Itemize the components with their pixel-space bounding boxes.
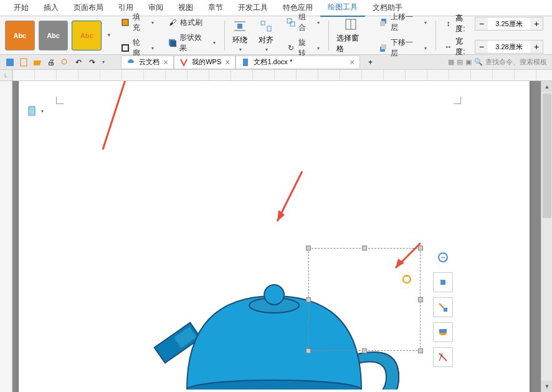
close-icon[interactable]: × bbox=[225, 57, 230, 67]
floating-tools: − bbox=[433, 252, 453, 367]
svg-rect-16 bbox=[381, 44, 386, 49]
style-dropdown-icon[interactable]: ▼ bbox=[107, 32, 112, 38]
group-button[interactable]: 组合▾ bbox=[285, 11, 321, 34]
svg-point-26 bbox=[264, 285, 284, 305]
effect-icon bbox=[168, 38, 178, 48]
outline-icon bbox=[120, 43, 130, 53]
resize-handle[interactable] bbox=[418, 246, 423, 251]
preview-icon[interactable] bbox=[60, 57, 70, 67]
selectpane-button[interactable]: 选择窗格 bbox=[333, 17, 370, 54]
tab-insert[interactable]: 插入 bbox=[36, 0, 66, 16]
svg-rect-28 bbox=[440, 280, 445, 285]
movedown-button[interactable]: 下移一层▾ bbox=[377, 36, 427, 60]
search-placeholder[interactable]: 查找命令、搜索模板 bbox=[485, 57, 547, 67]
svg-rect-7 bbox=[261, 21, 265, 25]
svg-rect-9 bbox=[287, 19, 292, 23]
close-icon[interactable]: × bbox=[163, 57, 168, 67]
width-input[interactable] bbox=[488, 41, 530, 53]
scrollbar-vertical[interactable]: ▲ ▼ bbox=[541, 81, 552, 392]
height-icon: ↕ bbox=[444, 19, 454, 29]
scroll-down-button[interactable]: ▼ bbox=[541, 381, 552, 392]
width-plus-button[interactable]: + bbox=[530, 41, 543, 53]
width-control: ↔ 宽度: − + bbox=[444, 36, 543, 57]
ruler-corner: L bbox=[0, 70, 12, 81]
search-icon[interactable]: 🔍 bbox=[474, 58, 483, 66]
resize-handle[interactable] bbox=[418, 348, 423, 353]
align-icon bbox=[259, 19, 274, 34]
tab-devtools[interactable]: 开发工具 bbox=[231, 0, 275, 16]
annotation-arrow bbox=[93, 81, 143, 156]
width-minus-button[interactable]: − bbox=[475, 41, 488, 53]
redo-icon[interactable]: ↷ bbox=[87, 57, 97, 67]
wps-icon bbox=[179, 58, 188, 67]
open-icon[interactable] bbox=[32, 57, 42, 67]
view-icon-1[interactable]: ▦ bbox=[448, 58, 454, 66]
quick-access-bar: 🖨 ↶ ↷ ▾ 云文档 × 我的WPS × 文档1.docx * × + ▦ ▤… bbox=[0, 55, 552, 70]
margin-marker bbox=[454, 97, 461, 104]
shape-style-orange[interactable]: Abc bbox=[5, 21, 35, 50]
new-icon[interactable] bbox=[19, 57, 29, 67]
svg-rect-8 bbox=[267, 26, 271, 31]
search-area: ▦ ▤ ▣ 🔍 查找命令、搜索模板 bbox=[448, 57, 547, 67]
tab-view[interactable]: 视图 bbox=[171, 0, 201, 16]
svg-rect-29 bbox=[444, 308, 447, 312]
doctab-doc1[interactable]: 文档1.docx * × bbox=[236, 55, 360, 69]
tab-layout[interactable]: 页面布局 bbox=[66, 0, 111, 16]
float-wrap-button[interactable] bbox=[433, 272, 453, 292]
scrollbar-thumb[interactable] bbox=[543, 93, 551, 218]
svg-rect-21 bbox=[29, 107, 35, 115]
svg-rect-30 bbox=[439, 329, 447, 333]
height-input[interactable] bbox=[488, 17, 530, 30]
newtab-button[interactable]: + bbox=[365, 57, 375, 67]
document-viewport[interactable]: ▾ bbox=[12, 81, 552, 392]
doctab-mywps[interactable]: 我的WPS × bbox=[174, 55, 236, 69]
height-plus-button[interactable]: + bbox=[530, 17, 543, 30]
float-outline-button[interactable] bbox=[433, 347, 453, 367]
svg-rect-3 bbox=[170, 41, 176, 47]
formatbrush-button[interactable]: 🖌 格式刷 bbox=[166, 16, 217, 29]
shape-style-yellow[interactable]: Abc bbox=[72, 21, 102, 50]
moveup-icon bbox=[378, 17, 388, 27]
view-icon-3[interactable]: ▣ bbox=[465, 58, 472, 66]
group-icon bbox=[286, 17, 296, 27]
scroll-up-button[interactable]: ▲ bbox=[541, 81, 552, 92]
tab-drawing[interactable]: 绘图工具 bbox=[320, 0, 365, 17]
doc-icon bbox=[241, 58, 250, 67]
tab-start[interactable]: 开始 bbox=[6, 0, 36, 16]
shape-style-gray[interactable]: Abc bbox=[39, 21, 69, 50]
doc-options-button[interactable]: ▾ bbox=[27, 106, 44, 116]
doctab-cloud[interactable]: 云文档 × bbox=[121, 55, 174, 69]
qat-dropdown-icon[interactable]: ▾ bbox=[102, 59, 105, 65]
rotate-handle[interactable] bbox=[402, 274, 412, 284]
save-icon[interactable] bbox=[5, 57, 15, 67]
float-fill-button[interactable] bbox=[433, 297, 453, 317]
wrap-icon bbox=[232, 19, 247, 34]
fill-button[interactable]: 填充▾ bbox=[119, 11, 155, 34]
collapse-button[interactable]: − bbox=[438, 252, 448, 262]
rotate-icon: ↻ bbox=[286, 43, 296, 53]
print-icon[interactable]: 🖨 bbox=[46, 57, 56, 67]
svg-rect-0 bbox=[122, 19, 128, 26]
align-button[interactable]: 对齐▾ bbox=[255, 19, 277, 52]
teapot-drawing[interactable] bbox=[150, 215, 411, 390]
height-minus-button[interactable]: − bbox=[475, 17, 488, 30]
width-icon: ↔ bbox=[444, 42, 454, 52]
cloud-icon bbox=[126, 58, 135, 67]
float-effect-button[interactable] bbox=[433, 322, 453, 342]
resize-handle[interactable] bbox=[418, 297, 423, 302]
ruler-horizontal: L bbox=[0, 70, 552, 81]
undo-icon[interactable]: ↶ bbox=[74, 57, 83, 67]
svg-rect-14 bbox=[380, 21, 385, 26]
tab-chapter[interactable]: 章节 bbox=[201, 0, 231, 16]
wrap-button[interactable]: 环绕▾ bbox=[229, 19, 251, 52]
ribbon-content: Abc Abc Abc ▼ 填充▾ 轮廓▾ 🖌 格式刷 形状效果▾ 环绕▾ 对齐… bbox=[0, 16, 552, 55]
margin-marker bbox=[56, 97, 64, 104]
selectpane-icon bbox=[343, 17, 358, 32]
moveup-button[interactable]: 上移一层▾ bbox=[377, 11, 427, 34]
view-icon-2[interactable]: ▤ bbox=[457, 58, 463, 66]
svg-rect-10 bbox=[290, 22, 295, 26]
close-icon[interactable]: × bbox=[350, 57, 355, 67]
shapeeffect-button[interactable]: 形状效果▾ bbox=[166, 31, 217, 55]
brush-icon: 🖌 bbox=[168, 17, 178, 27]
document-page[interactable]: ▾ bbox=[19, 81, 530, 392]
